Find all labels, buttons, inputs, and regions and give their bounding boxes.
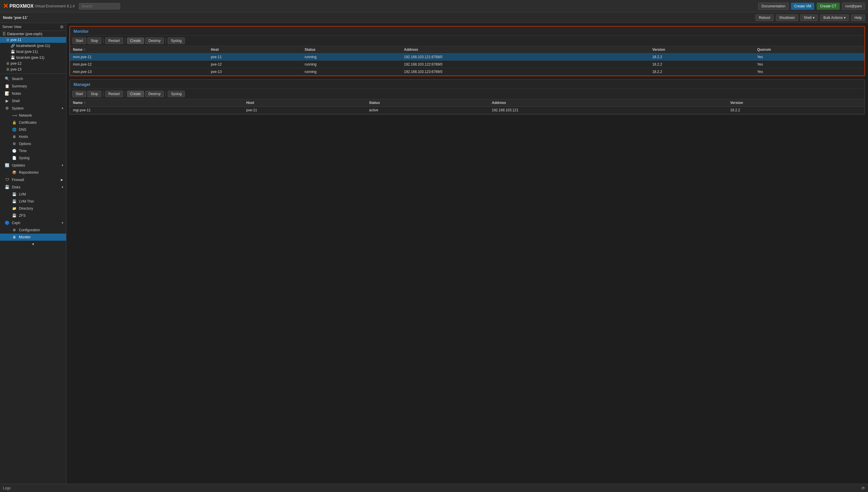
tree-localnetwork[interactable]: 🔗 localnetwork (pve-11) bbox=[0, 43, 66, 49]
reboot-button[interactable]: Reboot bbox=[756, 15, 773, 21]
monitor-destroy-button[interactable]: Destroy bbox=[145, 38, 164, 44]
sidebar-item-time[interactable]: 🕐 Time bbox=[0, 147, 66, 154]
view-selector[interactable]: Server View ⚙ bbox=[0, 23, 66, 31]
user-menu-button[interactable]: root@pam bbox=[842, 3, 865, 10]
sidebar-scroll-down[interactable]: ▾ bbox=[0, 241, 66, 247]
sidebar-item-ceph[interactable]: 🔵 Ceph ▾ bbox=[0, 219, 66, 226]
monitor-start-button[interactable]: Start bbox=[72, 38, 86, 44]
create-vm-button[interactable]: Create VM bbox=[791, 3, 814, 10]
sidebar-item-configuration[interactable]: ⚙ Configuration bbox=[0, 226, 66, 233]
tree-local-lvm[interactable]: 💾 local-lvm (pve-11) bbox=[0, 55, 66, 60]
pve11-label: pve-11 bbox=[10, 38, 22, 42]
sidebar-item-notes[interactable]: 📝 Notes bbox=[0, 90, 66, 97]
logs-expand-icon[interactable]: ⟳ bbox=[862, 486, 865, 491]
sidebar-item-lvm[interactable]: 💾 LVM bbox=[0, 191, 66, 198]
local-lvm-icon: 💾 bbox=[10, 55, 15, 60]
table-row[interactable]: mon.pve-11 pve-11 running 192.168.103.12… bbox=[70, 53, 865, 61]
zfs-icon: 💾 bbox=[12, 214, 17, 218]
lvm-thin-label: LVM-Thin bbox=[19, 199, 34, 203]
local-icon: 💾 bbox=[10, 50, 15, 54]
monitor-row-quorum: Yes bbox=[754, 61, 865, 68]
monitor-col-name[interactable]: Name↑ bbox=[70, 46, 208, 53]
sidebar-item-zfs[interactable]: 💾 ZFS bbox=[0, 212, 66, 219]
tree-pve12[interactable]: 🖥 pve-12 bbox=[0, 60, 66, 67]
search-input[interactable] bbox=[79, 3, 120, 9]
monitor-col-host[interactable]: Host bbox=[208, 46, 302, 53]
sidebar-item-system[interactable]: ⚙ System ▾ bbox=[0, 104, 66, 112]
network-label: Network bbox=[19, 114, 32, 118]
certificates-label: Certificates bbox=[19, 121, 36, 125]
sidebar-item-shell[interactable]: ▶ Shell bbox=[0, 97, 66, 104]
sidebar-item-repositories[interactable]: 📦 Repositories bbox=[0, 169, 66, 176]
table-row[interactable]: mgr.pve-11 pve-11 active 192.168.103.121… bbox=[70, 106, 865, 114]
manager-start-button[interactable]: Start bbox=[72, 91, 86, 97]
table-row[interactable]: mon.pve-13 pve-13 running 192.168.103.12… bbox=[70, 68, 865, 76]
monitor-icon: 🖥 bbox=[12, 235, 17, 239]
localnetwork-icon: 🔗 bbox=[10, 44, 15, 48]
monitor-stop-button[interactable]: Stop bbox=[87, 38, 101, 44]
sidebar-item-search[interactable]: 🔍 Search bbox=[0, 75, 66, 82]
monitor-restart-button[interactable]: Restart bbox=[105, 38, 123, 44]
sidebar-item-updates[interactable]: 🔄 Updates ▾ bbox=[0, 162, 66, 169]
monitor-row-host: pve-13 bbox=[208, 68, 302, 76]
sidebar-item-dns[interactable]: 🌐 DNS bbox=[0, 126, 66, 133]
monitor-col-version[interactable]: Version bbox=[649, 46, 754, 53]
create-ct-button[interactable]: Create CT bbox=[817, 3, 839, 10]
logo-proxmox-text: PROXMOX bbox=[9, 3, 34, 9]
sidebar-item-syslog[interactable]: 📄 Syslog bbox=[0, 154, 66, 162]
configuration-icon: ⚙ bbox=[12, 228, 17, 232]
monitor-row-address: 192.168.103.122:6789/0 bbox=[401, 61, 649, 68]
sidebar-item-directory[interactable]: 📁 Directory bbox=[0, 205, 66, 212]
logo-ve-text: Virtual Environment bbox=[35, 4, 66, 8]
manager-sort-arrow-icon: ↑ bbox=[84, 101, 86, 105]
repositories-label: Repositories bbox=[19, 170, 39, 175]
logo: ✕ PROXMOX Virtual Environment 8.1.4 bbox=[3, 2, 75, 10]
monitor-col-quorum[interactable]: Quorum bbox=[754, 46, 865, 53]
gear-icon[interactable]: ⚙ bbox=[60, 25, 64, 29]
manager-destroy-button[interactable]: Destroy bbox=[145, 91, 164, 97]
manager-col-status[interactable]: Status bbox=[366, 99, 489, 106]
manager-col-address[interactable]: Address bbox=[489, 99, 727, 106]
monitor-row-host: pve-11 bbox=[208, 53, 302, 61]
sidebar-item-network[interactable]: ⟶ Network bbox=[0, 112, 66, 119]
manager-create-button[interactable]: Create bbox=[127, 91, 144, 97]
sidebar-item-summary[interactable]: 📋 Summary bbox=[0, 82, 66, 90]
pve13-label: pve-13 bbox=[10, 67, 22, 71]
monitor-syslog-button[interactable]: Syslog bbox=[168, 38, 185, 44]
sidebar-item-options[interactable]: ⚙ Options bbox=[0, 140, 66, 147]
tree-pve11[interactable]: 🖥 pve-11 bbox=[0, 37, 66, 43]
manager-separator-1 bbox=[103, 91, 103, 97]
documentation-button[interactable]: Documentation bbox=[758, 3, 789, 10]
sidebar-item-monitor[interactable]: 🖥 Monitor bbox=[0, 233, 66, 241]
sidebar-item-firewall[interactable]: 🛡 Firewall ▶ bbox=[0, 176, 66, 183]
table-row[interactable]: mon.pve-12 pve-12 running 192.168.103.12… bbox=[70, 61, 865, 68]
tree-datacenter[interactable]: 🗄 Datacenter (pve-ceph) bbox=[0, 31, 66, 37]
toolbar-separator-2 bbox=[125, 38, 125, 44]
shell-button[interactable]: Shell bbox=[800, 15, 818, 21]
tree-local[interactable]: 💾 local (pve-11) bbox=[0, 49, 66, 55]
datacenter-icon: 🗄 bbox=[2, 32, 6, 36]
manager-syslog-button[interactable]: Syslog bbox=[168, 91, 185, 97]
monitor-row-status: running bbox=[302, 68, 401, 76]
monitor-row-name: mon.pve-12 bbox=[70, 61, 208, 68]
manager-stop-button[interactable]: Stop bbox=[87, 91, 101, 97]
manager-separator-2 bbox=[125, 91, 125, 97]
datacenter-label: Datacenter (pve-ceph) bbox=[7, 32, 42, 36]
monitor-col-status[interactable]: Status bbox=[302, 46, 401, 53]
sidebar-item-certificates[interactable]: 🔒 Certificates bbox=[0, 119, 66, 126]
monitor-col-address[interactable]: Address bbox=[401, 46, 649, 53]
monitor-create-button[interactable]: Create bbox=[127, 38, 144, 44]
shutdown-button[interactable]: Shutdown bbox=[776, 15, 798, 21]
monitor-row-status: running bbox=[302, 61, 401, 68]
help-button[interactable]: Help bbox=[851, 15, 865, 21]
manager-col-name[interactable]: Name↑ bbox=[70, 99, 243, 106]
search-icon: 🔍 bbox=[5, 76, 9, 81]
sidebar-item-lvm-thin[interactable]: 💾 LVM-Thin bbox=[0, 198, 66, 205]
manager-col-version[interactable]: Version bbox=[727, 99, 865, 106]
manager-restart-button[interactable]: Restart bbox=[105, 91, 123, 97]
manager-col-host[interactable]: Host bbox=[243, 99, 366, 106]
sidebar-item-hosts[interactable]: 🖥 Hosts bbox=[0, 133, 66, 140]
tree-pve13[interactable]: 🖥 pve-13 bbox=[0, 67, 66, 72]
sidebar-item-disks[interactable]: 💾 Disks ▾ bbox=[0, 183, 66, 191]
bulk-actions-button[interactable]: Bulk Actions bbox=[820, 15, 849, 21]
